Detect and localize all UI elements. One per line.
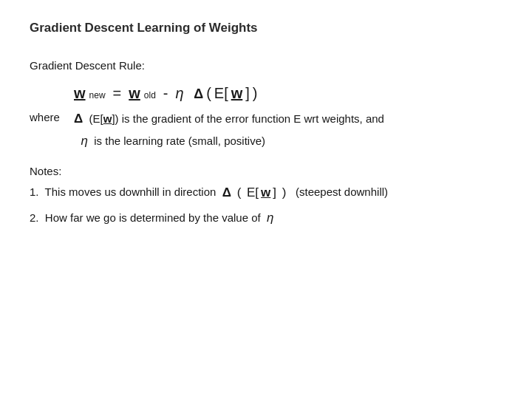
eta-symbol: η xyxy=(176,85,184,102)
definitions: Δ (E[w]) is the gradient of the error fu… xyxy=(74,109,384,150)
w-new: w xyxy=(74,85,86,102)
note-w: w xyxy=(261,183,270,202)
close-bracket: ] xyxy=(245,85,250,102)
definition-eta: η is the learning rate (small, positive) xyxy=(74,132,384,151)
note-close-paren: ) xyxy=(282,183,287,202)
note-1: 1. This moves us downhill in direction Δ… xyxy=(30,183,502,202)
note-1-number: 1. xyxy=(30,185,42,198)
note-open-paren: ( xyxy=(233,183,241,202)
where-label: where xyxy=(30,111,65,123)
close-paren: ) xyxy=(253,85,258,102)
delta-symbol: Δ xyxy=(194,86,203,102)
page-title: Gradient Descent Learning of Weights xyxy=(30,21,502,35)
definition-delta: Δ (E[w]) is the gradient of the error fu… xyxy=(74,109,384,129)
note-delta: Δ xyxy=(222,183,231,202)
def-delta-text: (E[w]) is the gradient of the error func… xyxy=(86,112,384,125)
minus-sign: - xyxy=(163,85,168,102)
open-paren: ( xyxy=(206,85,211,102)
note-2-text-before: How far we go is determined by the value… xyxy=(45,211,264,224)
note-2: 2. How far we go is determined by the va… xyxy=(30,208,502,228)
w-new-subscript: new xyxy=(89,90,106,100)
w-in-brackets: w xyxy=(231,85,243,102)
E-symbol: E[ xyxy=(214,85,228,102)
gradient-formula: wnew = wold - η Δ ( E[w] ) xyxy=(74,85,502,102)
equals-sign: = xyxy=(113,85,122,102)
def-eta-symbol: η xyxy=(74,134,88,148)
note-2-number: 2. xyxy=(30,211,42,224)
note-1-formula: Δ ( E[w] ) xyxy=(222,183,287,202)
note-2-eta: η xyxy=(267,211,273,225)
note-close-bracket: ] xyxy=(273,183,279,202)
note-1-text-before: This moves us downhill in direction xyxy=(45,185,219,198)
space xyxy=(187,85,191,102)
w-old: w xyxy=(129,85,140,102)
rule-label: Gradient Descent Rule: xyxy=(30,59,502,72)
page-container: Gradient Descent Learning of Weights Gra… xyxy=(0,0,532,253)
where-block: where Δ (E[w]) is the gradient of the er… xyxy=(30,109,502,150)
notes-section: Notes: 1. This moves us downhill in dire… xyxy=(30,165,502,227)
note-1-text-after: (steepest downhill) xyxy=(290,185,388,198)
w-old-subscript: old xyxy=(144,90,156,100)
notes-label: Notes: xyxy=(30,165,502,177)
formula-expression: wnew = wold - η Δ ( E[w] ) xyxy=(74,85,258,102)
def-delta-symbol: Δ xyxy=(74,112,83,126)
def-eta-text: is the learning rate (small, positive) xyxy=(91,134,265,147)
note-E: E[ xyxy=(243,183,259,202)
